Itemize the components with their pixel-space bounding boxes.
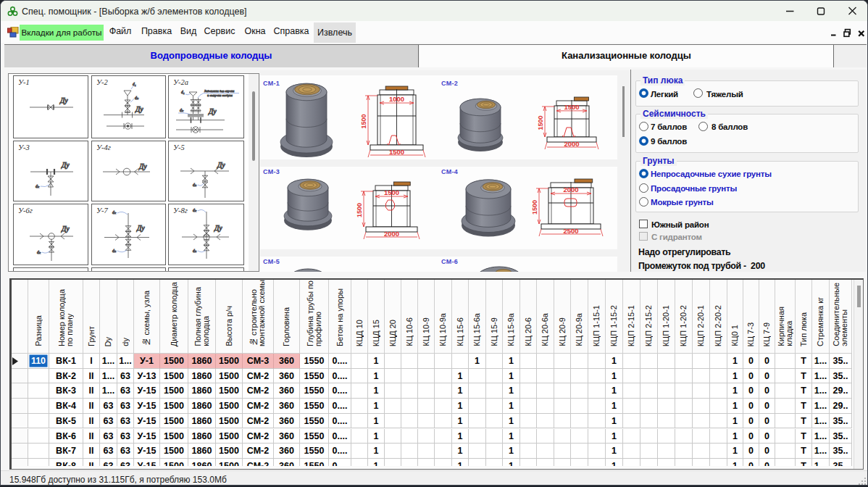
- svg-text:dₖ: dₖ: [193, 208, 197, 212]
- svg-text:Задвижка для впуска: Задвижка для впуска: [204, 89, 235, 93]
- svg-text:dₖ: dₖ: [112, 210, 117, 215]
- svg-text:1500: 1500: [384, 188, 399, 196]
- svg-text:d₁: d₁: [181, 90, 185, 94]
- svg-text:d₁: d₁: [133, 82, 136, 86]
- svg-text:1500: 1500: [531, 200, 538, 215]
- svg-text:и выпуска воздуха: и выпуска воздуха: [207, 93, 233, 97]
- svg-text:Ду: Ду: [138, 162, 147, 170]
- svg-text:dₖ: dₖ: [193, 183, 197, 187]
- svg-text:1500: 1500: [564, 103, 579, 111]
- svg-text:2000: 2000: [563, 186, 578, 193]
- svg-text:1500: 1500: [360, 114, 367, 128]
- svg-text:dₖ: dₖ: [180, 108, 184, 112]
- svg-text:dₖ: dₖ: [135, 96, 139, 100]
- svg-text:2000: 2000: [384, 230, 399, 238]
- svg-text:Ду: Ду: [61, 161, 70, 169]
- svg-text:1500: 1500: [356, 203, 363, 217]
- svg-text:1500: 1500: [389, 148, 404, 156]
- svg-text:1500: 1500: [537, 115, 544, 130]
- svg-text:dₖ: dₖ: [37, 250, 41, 254]
- svg-text:dₖ: dₖ: [193, 249, 197, 253]
- svg-text:Ду: Ду: [214, 224, 222, 232]
- svg-text:1000: 1000: [389, 95, 404, 103]
- svg-text:Ду: Ду: [208, 107, 217, 115]
- svg-text:Ду: Ду: [61, 225, 70, 233]
- svg-text:Ду: Ду: [59, 96, 68, 104]
- svg-text:Ду: Ду: [136, 224, 145, 232]
- svg-text:dₖ: dₖ: [36, 184, 40, 188]
- svg-text:Ду: Ду: [217, 161, 225, 169]
- svg-text:Ду: Ду: [135, 105, 143, 113]
- svg-text:2500: 2500: [563, 227, 578, 235]
- svg-text:2000: 2000: [564, 140, 579, 148]
- svg-text:dₖ: dₖ: [112, 249, 117, 253]
